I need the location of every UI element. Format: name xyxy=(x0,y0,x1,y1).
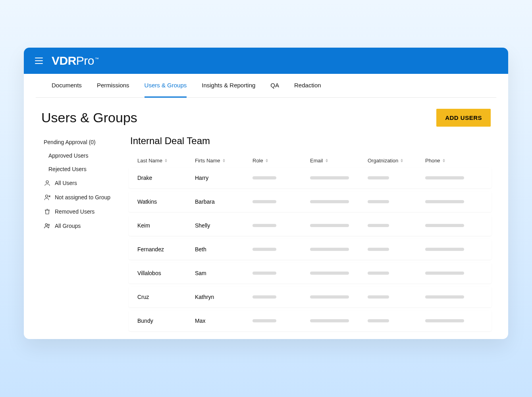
column-label: Orgatnization xyxy=(368,158,398,164)
svg-point-1 xyxy=(46,195,48,197)
column-header-phone[interactable]: Phone xyxy=(425,158,483,164)
placeholder xyxy=(425,200,464,203)
placeholder xyxy=(253,295,276,299)
column-header-email[interactable]: Email xyxy=(310,158,368,164)
table-row[interactable]: CruzKathryn xyxy=(129,287,492,307)
cell: Keim xyxy=(137,222,195,229)
table-row[interactable]: DrakeHarry xyxy=(129,168,492,188)
svg-point-5 xyxy=(48,224,50,226)
sidebar-item-not-assigned-to-group[interactable]: Not assigned to Group xyxy=(41,190,121,204)
column-label: Firts Name xyxy=(195,158,220,164)
cell xyxy=(425,272,483,275)
cell xyxy=(368,200,425,203)
sort-icon xyxy=(266,159,268,162)
table-row[interactable]: BundyMax xyxy=(129,310,492,331)
placeholder xyxy=(253,248,276,251)
placeholder xyxy=(368,248,389,251)
placeholder xyxy=(310,272,349,275)
sort-icon xyxy=(223,159,225,162)
tab-redaction[interactable]: Redaction xyxy=(294,74,321,98)
team-title: Internal Deal Team xyxy=(129,131,492,154)
cell xyxy=(310,176,368,179)
cell: Max xyxy=(195,318,253,324)
app-window: VDRPro™ DocumentsPermissionsUsers & Grou… xyxy=(24,48,508,339)
cell xyxy=(310,200,368,203)
add-users-button[interactable]: ADD USERS xyxy=(436,109,491,127)
sidebar-item-all-users[interactable]: All Users xyxy=(41,176,121,190)
cell xyxy=(425,319,483,322)
cell xyxy=(310,272,368,275)
cell xyxy=(368,272,425,275)
table-row[interactable]: KeimShelly xyxy=(129,215,492,236)
cell xyxy=(310,295,368,299)
cell: Watkins xyxy=(137,198,195,205)
brand-tm: ™ xyxy=(95,57,99,61)
cell xyxy=(253,295,310,299)
sort-icon xyxy=(443,159,445,162)
cell xyxy=(368,319,425,322)
placeholder xyxy=(253,272,276,275)
column-header-last-name[interactable]: Last Name xyxy=(137,158,195,164)
sidebar-item-label: All Users xyxy=(55,180,77,186)
sidebar-item-removed-users[interactable]: Removed Users xyxy=(41,204,121,219)
column-label: Last Name xyxy=(137,158,162,164)
cell xyxy=(253,200,310,203)
sidebar: Pending Approval (0)Approved UsersReject… xyxy=(41,131,121,331)
svg-point-0 xyxy=(46,181,48,183)
cell xyxy=(368,295,425,299)
cell xyxy=(368,248,425,251)
user-x-icon xyxy=(44,194,51,201)
sidebar-item-all-groups[interactable]: All Groups xyxy=(41,219,121,233)
sidebar-item-label: All Groups xyxy=(55,223,81,229)
sidebar-item-pending-approval[interactable]: Pending Approval (0) xyxy=(41,135,121,149)
trash-icon xyxy=(44,208,51,215)
placeholder xyxy=(253,200,276,203)
cell: Cruz xyxy=(137,294,195,300)
cell xyxy=(253,248,310,251)
placeholder xyxy=(310,200,349,203)
placeholder xyxy=(253,176,276,179)
menu-icon[interactable] xyxy=(35,58,43,64)
table-header: Last NameFirts NameRoleEmailOrgatnizatio… xyxy=(129,154,492,168)
placeholder xyxy=(425,295,464,299)
tab-qa[interactable]: QA xyxy=(270,74,279,98)
tab-permissions[interactable]: Permissions xyxy=(97,74,129,98)
cell: Drake xyxy=(137,175,195,181)
brand-light: Pro xyxy=(76,54,94,67)
placeholder xyxy=(253,224,276,227)
placeholder xyxy=(425,176,464,179)
sidebar-item-label: Rejected Users xyxy=(48,166,87,172)
brand-bold: VDR xyxy=(52,54,76,67)
user-icon xyxy=(44,179,51,187)
column-header-role[interactable]: Role xyxy=(253,158,310,164)
placeholder xyxy=(425,248,464,251)
sidebar-item-approved-users[interactable]: Approved Users xyxy=(41,149,121,162)
page-title: Users & Groups xyxy=(41,110,137,125)
cell: Fernandez xyxy=(137,246,195,252)
column-label: Email xyxy=(310,158,323,164)
tab-documents[interactable]: Documents xyxy=(52,74,82,98)
sort-icon xyxy=(326,159,328,162)
content: Pending Approval (0)Approved UsersReject… xyxy=(24,131,508,339)
cell xyxy=(310,319,368,322)
sidebar-item-rejected-users[interactable]: Rejected Users xyxy=(41,162,121,176)
cell: Shelly xyxy=(195,222,253,229)
cell: Barbara xyxy=(195,198,253,205)
column-label: Phone xyxy=(425,158,440,164)
cell: Kathryn xyxy=(195,294,253,300)
cell xyxy=(310,224,368,227)
table-body: DrakeHarryWatkinsBarbaraKeimShellyFernan… xyxy=(129,168,492,331)
cell: Beth xyxy=(195,246,253,252)
table-row[interactable]: WatkinsBarbara xyxy=(129,191,492,212)
column-header-orgatnization[interactable]: Orgatnization xyxy=(368,158,425,164)
table-row[interactable]: FernandezBeth xyxy=(129,239,492,260)
svg-point-4 xyxy=(45,224,47,225)
placeholder xyxy=(425,272,464,275)
table-row[interactable]: VillalobosSam xyxy=(129,263,492,283)
placeholder xyxy=(310,295,349,299)
tab-bar: DocumentsPermissionsUsers & GroupsInsigh… xyxy=(36,74,496,98)
topbar: VDRPro™ xyxy=(24,48,508,74)
tab-insights-reporting[interactable]: Insights & Reporting xyxy=(202,74,255,98)
tab-users-groups[interactable]: Users & Groups xyxy=(145,74,187,98)
column-header-firts-name[interactable]: Firts Name xyxy=(195,158,253,164)
